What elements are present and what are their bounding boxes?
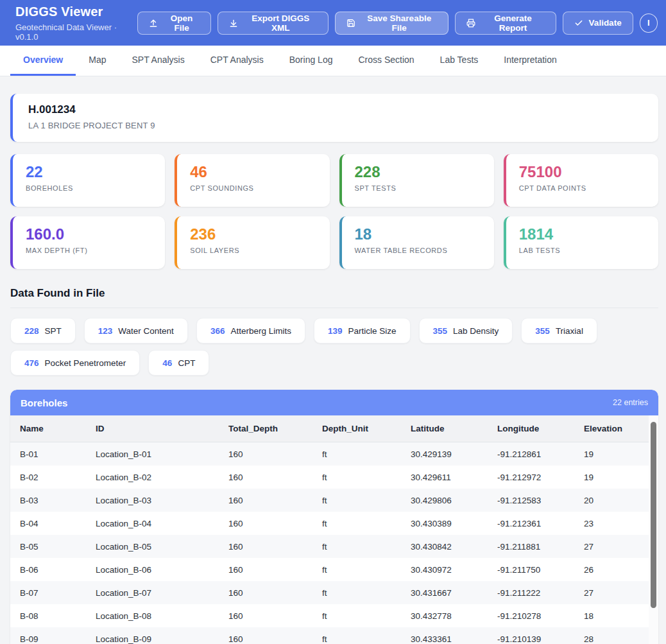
save-shareable-file-button[interactable]: Save Shareable File (335, 12, 448, 35)
stat-value: 22 (26, 164, 152, 180)
stat-card: 46 CPT SOUNDINGS (175, 154, 329, 207)
stat-value: 228 (355, 164, 481, 180)
chip-label: CPT (178, 358, 195, 368)
table-row: B-07 Location_B-07 160 ft 30.431667 -91.… (10, 581, 658, 604)
data-chip: 355 Triaxial (521, 318, 597, 344)
cell-name: B-02 (10, 466, 86, 489)
tab[interactable]: Boring Log (277, 46, 346, 76)
tab[interactable]: Interpretation (491, 46, 570, 76)
cell-total-depth: 160 (219, 581, 312, 604)
tab[interactable]: Cross Section (345, 46, 427, 76)
cell-elevation: 19 (574, 466, 658, 489)
chip-label: Water Content (118, 326, 174, 336)
cell-id: Location_B-05 (86, 535, 219, 558)
cell-name: B-08 (10, 604, 86, 627)
cell-latitude: 30.432778 (401, 604, 488, 627)
project-number: H.001234 (28, 103, 643, 116)
cell-elevation: 28 (574, 627, 658, 644)
cell-latitude: 30.433361 (401, 627, 488, 644)
cell-name: B-09 (10, 627, 86, 644)
info-button[interactable]: I (640, 13, 658, 33)
table-row: B-02 Location_B-02 160 ft 30.429611 -91.… (10, 466, 658, 489)
tab[interactable]: SPT Analysis (119, 46, 198, 76)
section-divider (10, 308, 658, 308)
cell-latitude: 30.431667 (401, 581, 488, 604)
chip-count: 476 (24, 358, 39, 368)
table-row: B-01 Location_B-01 160 ft 30.429139 -91.… (10, 442, 658, 466)
check-icon (574, 19, 583, 28)
validate-button[interactable]: Validate (563, 12, 633, 35)
cell-id: Location_B-06 (86, 558, 219, 581)
cell-depth-unit: ft (312, 627, 401, 644)
table-entries-count: 22 entries (613, 398, 648, 407)
stat-label: BOREHOLES (26, 184, 152, 192)
cell-id: Location_B-01 (86, 442, 219, 466)
open-file-button[interactable]: Open File (137, 12, 212, 35)
stat-value: 75100 (519, 164, 645, 180)
data-chip: 139 Particle Size (314, 318, 411, 344)
data-found-chips: 228 SPT 123 Water Content 366 Atterberg … (10, 318, 658, 376)
scrollbar-thumb[interactable] (651, 422, 656, 608)
cell-name: B-05 (10, 535, 86, 558)
stat-label: WATER TABLE RECORDS (355, 247, 481, 254)
data-chip: 355 Lab Density (419, 318, 513, 344)
cell-elevation: 27 (574, 535, 658, 558)
cell-depth-unit: ft (312, 512, 401, 535)
title-block: DIGGS Viewer Geotechnical Data Viewer · … (15, 4, 137, 42)
cell-id: Location_B-08 (86, 604, 219, 627)
column-header: Latitude (401, 415, 488, 442)
stat-label: CPT DATA POINTS (519, 184, 645, 192)
stat-card: 228 SPT TESTS (339, 154, 494, 207)
chip-count: 46 (162, 358, 172, 368)
upload-icon (149, 19, 158, 28)
tab[interactable]: CPT Analysis (198, 46, 277, 76)
cell-depth-unit: ft (312, 466, 401, 489)
cell-total-depth: 160 (219, 489, 312, 512)
cell-elevation: 27 (574, 581, 658, 604)
cell-latitude: 30.429611 (401, 466, 488, 489)
cell-elevation: 18 (574, 604, 658, 627)
table-scrollbar[interactable] (649, 415, 658, 644)
stat-label: CPT SOUNDINGS (190, 184, 316, 192)
boreholes-table-card: Boreholes 22 entries Name ID Total_Depth… (10, 390, 658, 644)
data-chip: 366 Atterberg Limits (196, 318, 305, 344)
save-icon (346, 19, 355, 28)
stat-value: 1814 (519, 226, 645, 243)
printer-icon (466, 19, 475, 28)
project-name: LA 1 BRIDGE PROJECT BENT 9 (28, 121, 643, 130)
cell-latitude: 30.429806 (401, 489, 488, 512)
generate-report-button[interactable]: Generate Report (455, 12, 556, 35)
cell-total-depth: 160 (219, 466, 312, 489)
cell-longitude: -91.210139 (488, 627, 574, 644)
stat-value: 18 (355, 226, 481, 243)
stats-grid: 22 BOREHOLES 46 CPT SOUNDINGS 228 SPT TE… (10, 154, 658, 269)
stat-card: 75100 CPT DATA POINTS (504, 154, 658, 207)
data-chip: 46 CPT (148, 350, 209, 376)
chip-count: 228 (24, 326, 39, 336)
chip-count: 139 (328, 326, 343, 336)
table-row: B-03 Location_B-03 160 ft 30.429806 -91.… (10, 489, 658, 512)
column-header: Elevation (574, 415, 658, 442)
chip-label: Pocket Penetrometer (45, 358, 126, 368)
column-header: ID (86, 415, 219, 442)
app-title: DIGGS Viewer (15, 4, 137, 19)
column-header: Total_Depth (219, 415, 312, 442)
project-card: H.001234 LA 1 BRIDGE PROJECT BENT 9 (10, 94, 658, 142)
column-header: Depth_Unit (312, 415, 401, 442)
boreholes-table-titlebar: Boreholes 22 entries (10, 390, 658, 415)
chip-label: Lab Density (453, 326, 499, 336)
cell-elevation: 20 (574, 489, 658, 512)
stat-value: 236 (190, 226, 316, 243)
tab[interactable]: Map (76, 46, 119, 76)
cell-longitude: -91.212361 (488, 512, 574, 535)
table-header-row: Name ID Total_Depth Depth_Unit Latitude … (10, 415, 658, 442)
stat-label: LAB TESTS (519, 247, 645, 254)
tab[interactable]: Lab Tests (427, 46, 491, 76)
stat-card: 160.0 MAX DEPTH (FT) (10, 216, 165, 269)
tab[interactable]: Overview (10, 46, 76, 76)
tab-bar: Overview Map SPT Analysis CPT Analysis B… (0, 46, 666, 76)
stat-value: 160.0 (26, 226, 152, 243)
export-diggs-xml-button[interactable]: Export DIGGS XML (218, 12, 329, 35)
cell-longitude: -91.212583 (488, 489, 574, 512)
app-header: DIGGS Viewer Geotechnical Data Viewer · … (0, 0, 666, 46)
